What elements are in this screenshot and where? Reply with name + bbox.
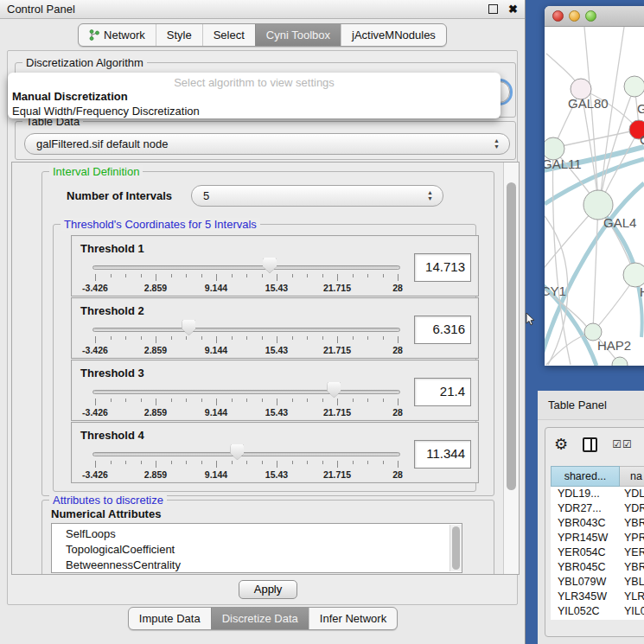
settings-scrollbar-thumb[interactable] bbox=[507, 182, 516, 490]
slider-track[interactable] bbox=[92, 265, 400, 270]
table-row[interactable]: YDR27...YDR2 bbox=[551, 501, 644, 516]
cell-name[interactable]: YIL0 bbox=[620, 604, 644, 619]
table-row[interactable]: YBR043CYBR0 bbox=[551, 516, 644, 531]
threshold-value-field[interactable]: 6.316 bbox=[414, 316, 471, 344]
network-node[interactable] bbox=[624, 76, 644, 97]
column-header-name[interactable]: na bbox=[620, 466, 644, 487]
attribute-list-item[interactable]: BetweennessCentrality bbox=[52, 558, 462, 573]
network-edge[interactable] bbox=[558, 130, 639, 147]
slider-track[interactable] bbox=[92, 390, 400, 394]
tab-style[interactable]: Style bbox=[156, 24, 202, 46]
threshold-label: Threshold 3 bbox=[80, 367, 144, 379]
slider-thumb[interactable] bbox=[263, 258, 277, 273]
tick-mark bbox=[307, 274, 308, 277]
zoom-traffic-icon[interactable] bbox=[585, 10, 596, 22]
list-scrollbar-thumb[interactable] bbox=[452, 526, 460, 570]
table-row[interactable]: YPR145WYPR1 bbox=[551, 531, 644, 545]
tab-discretize-data[interactable]: Discretize Data bbox=[211, 608, 309, 629]
tick-label: 21.715 bbox=[323, 407, 351, 418]
cell-name[interactable]: YDR2 bbox=[620, 501, 644, 516]
tick-mark bbox=[125, 399, 126, 402]
close-traffic-icon[interactable] bbox=[552, 10, 564, 22]
slider-track[interactable] bbox=[92, 328, 400, 332]
tab-jactivemnodules[interactable]: jActiveMNodules bbox=[341, 24, 446, 46]
threshold-panel-1: Threshold 1-3.4262.8599.14415.4321.71528… bbox=[71, 235, 479, 296]
num-intervals-combobox[interactable]: 5 ▲▼ bbox=[191, 185, 443, 207]
apply-button[interactable]: Apply bbox=[239, 580, 297, 599]
table-row[interactable]: YDL19...YDL1 bbox=[551, 487, 644, 501]
cell-shared-name[interactable]: YBR045C bbox=[551, 560, 620, 575]
cell-name[interactable]: YER0 bbox=[620, 545, 644, 560]
cell-shared-name[interactable]: YDL19... bbox=[551, 487, 620, 501]
attribute-list-item[interactable]: SelfLoops bbox=[52, 526, 462, 542]
algorithm-option[interactable]: Equal Width/Frequency Discretization bbox=[8, 104, 501, 118]
numerical-attributes-list[interactable]: SelfLoopsTopologicalCoefficientBetweenne… bbox=[51, 523, 462, 573]
tick-mark bbox=[156, 336, 156, 343]
cell-name[interactable]: YDL1 bbox=[620, 487, 644, 501]
cell-shared-name[interactable]: YIL052C bbox=[551, 604, 620, 619]
control-panel: Control Panel ✖ NetworkStyleSelectCyni T… bbox=[0, 0, 526, 644]
algorithm-option[interactable]: Manual Discretization bbox=[8, 89, 501, 104]
checked-boxes-icon[interactable]: ☑☑ bbox=[612, 438, 633, 450]
tab-infer-network[interactable]: Infer Network bbox=[309, 608, 397, 629]
cell-shared-name[interactable]: YER054C bbox=[551, 545, 620, 560]
tick-mark bbox=[353, 336, 354, 340]
slider-thumb[interactable] bbox=[327, 382, 341, 398]
settings-scrollbar[interactable] bbox=[503, 163, 519, 574]
cell-shared-name[interactable]: YDR27... bbox=[551, 501, 620, 516]
cell-shared-name[interactable]: YBL079W bbox=[551, 575, 620, 590]
cell-name[interactable]: YBR0 bbox=[620, 516, 644, 531]
network-edge[interactable] bbox=[584, 27, 598, 202]
table-row[interactable]: YER054CYER0 bbox=[551, 545, 644, 560]
tick-mark bbox=[322, 399, 323, 402]
group-title: Attributes to discretize bbox=[49, 494, 167, 507]
tab-cyni-toolbox[interactable]: Cyni Toolbox bbox=[255, 24, 341, 46]
cell-name[interactable]: YBR0 bbox=[620, 560, 644, 575]
minimize-traffic-icon[interactable] bbox=[569, 10, 580, 22]
network-node[interactable] bbox=[623, 263, 644, 287]
threshold-value-field[interactable]: 21.4 bbox=[414, 378, 471, 406]
tab-select[interactable]: Select bbox=[202, 24, 255, 46]
slider-track[interactable] bbox=[92, 452, 400, 456]
tab-impute-data[interactable]: Impute Data bbox=[129, 608, 211, 629]
node-label: H bbox=[640, 284, 644, 299]
threshold-value-field[interactable]: 11.344 bbox=[414, 440, 471, 469]
cell-name[interactable]: YPR1 bbox=[620, 531, 644, 545]
list-scrollbar[interactable] bbox=[450, 525, 462, 571]
table-data-combobox[interactable]: galFiltered.sif default node ▲▼ bbox=[24, 133, 510, 155]
top-tab-bar: NetworkStyleSelectCyni ToolboxjActiveMNo… bbox=[78, 23, 447, 47]
tick-label: 21.715 bbox=[323, 345, 351, 355]
split-columns-icon[interactable] bbox=[583, 437, 597, 452]
tick-label: 28 bbox=[392, 469, 403, 480]
attribute-list-item[interactable]: TopologicalCoefficient bbox=[52, 542, 462, 558]
gear-icon[interactable]: ⚙ bbox=[554, 437, 568, 452]
cell-name[interactable]: YBL0 bbox=[620, 575, 644, 590]
threshold-label: Threshold 2 bbox=[80, 304, 144, 317]
table-data-group: Table Data galFiltered.sif default node … bbox=[15, 121, 516, 160]
threshold-value-field[interactable]: 14.713 bbox=[414, 253, 471, 282]
tick-mark bbox=[292, 461, 293, 464]
network-canvas[interactable]: GAL80GACGAL11GAL4GCY1HHAP2 bbox=[545, 27, 644, 366]
cell-name[interactable]: YLR3 bbox=[620, 590, 644, 604]
cell-shared-name[interactable]: YLR345W bbox=[551, 590, 620, 604]
network-edge[interactable] bbox=[600, 27, 624, 202]
cell-shared-name[interactable]: YBR043C bbox=[551, 516, 620, 531]
cell-shared-name[interactable]: YPR145W bbox=[551, 531, 620, 545]
table-row[interactable]: YBL079WYBL0 bbox=[551, 575, 644, 590]
network-edge[interactable] bbox=[593, 281, 633, 332]
close-icon[interactable]: ✖ bbox=[508, 4, 518, 14]
tick-mark bbox=[186, 461, 187, 464]
slider-thumb[interactable] bbox=[230, 444, 244, 460]
tick-mark bbox=[277, 336, 277, 343]
tick-label: -3.426 bbox=[82, 469, 108, 480]
column-header-shared[interactable]: shared... bbox=[551, 466, 620, 487]
float-window-icon[interactable] bbox=[488, 4, 498, 14]
tab-network[interactable]: Network bbox=[79, 24, 156, 46]
interval-definition-group: Interval Definition Number of Intervals … bbox=[41, 171, 494, 496]
tick-mark bbox=[367, 274, 368, 277]
network-edge[interactable] bbox=[593, 205, 598, 330]
table-row[interactable]: YLR345WYLR3 bbox=[551, 590, 644, 604]
table-row[interactable]: YIL052CYIL0 bbox=[551, 604, 644, 619]
table-row[interactable]: YBR045CYBR0 bbox=[551, 560, 644, 575]
slider-thumb[interactable] bbox=[182, 320, 195, 335]
